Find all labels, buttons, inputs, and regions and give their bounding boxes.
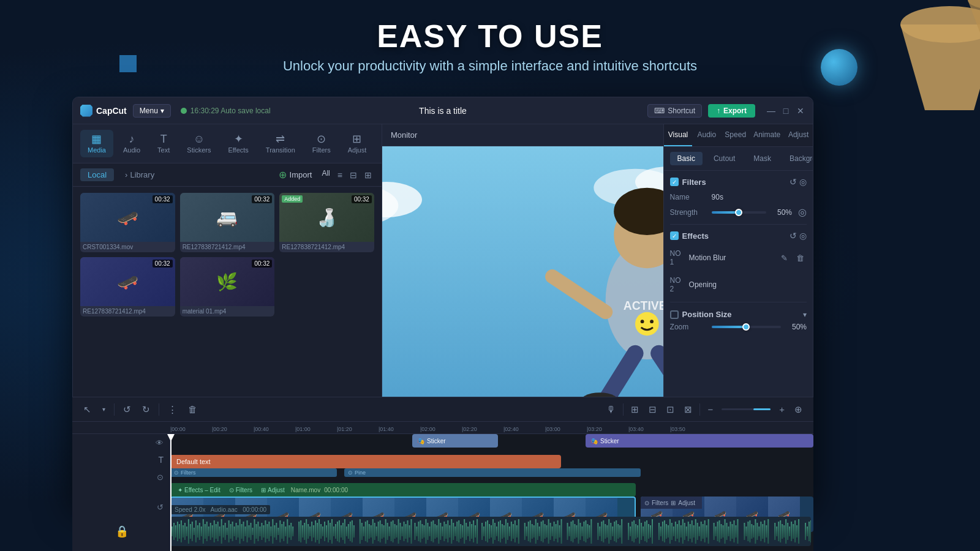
zoom-in-icon[interactable]: + bbox=[775, 402, 788, 417]
menu-chevron-icon: ▾ bbox=[160, 107, 164, 115]
toolbar-item-stickers[interactable]: ☺ Stickers bbox=[179, 130, 218, 157]
filter-clip-1[interactable]: ⊙ Filters bbox=[170, 468, 337, 477]
trim-icon[interactable]: ⊟ bbox=[645, 402, 660, 418]
sub-tab-cutout[interactable]: Cutout bbox=[706, 152, 742, 165]
strength-increment-icon[interactable]: ◎ bbox=[798, 206, 807, 218]
position-size-section[interactable]: Position Size ▾ bbox=[670, 310, 807, 319]
fit-timeline-icon[interactable]: ⊕ bbox=[791, 402, 806, 418]
media-item[interactable]: 🛹 00:32 RE127838721412.mp4 bbox=[80, 257, 175, 317]
redo-button[interactable]: ↻ bbox=[138, 402, 154, 418]
grid-view-icon[interactable]: ⊟ bbox=[347, 169, 360, 181]
media-item[interactable]: 🍶 Added 00:32 RE127838721412.mp4 bbox=[279, 193, 374, 252]
undo-button[interactable]: ↺ bbox=[119, 402, 135, 418]
shortcut-button[interactable]: ⌨ Shortcut bbox=[647, 104, 702, 118]
tab-speed[interactable]: Speed bbox=[721, 124, 750, 146]
svg-rect-288 bbox=[677, 524, 678, 539]
effects-edit-bar[interactable]: ✦ Effects – Edit ⊙ Filters ⊞ Adjust Name… bbox=[170, 483, 636, 497]
menu-button[interactable]: Menu ▾ bbox=[133, 104, 171, 118]
toolbar-item-transition[interactable]: ⇌ Transition bbox=[258, 130, 303, 157]
local-tab[interactable]: Local bbox=[80, 168, 114, 181]
media-item[interactable]: 🚐 00:32 RE127838721412.mp4 bbox=[180, 193, 275, 252]
media-item[interactable]: 🌿 00:32 material 01.mp4 bbox=[180, 257, 275, 317]
svg-rect-319 bbox=[737, 519, 738, 544]
rotate-icon[interactable]: ↺ bbox=[157, 503, 164, 512]
svg-rect-216 bbox=[526, 527, 527, 536]
position-size-expand-icon[interactable]: ▾ bbox=[803, 310, 807, 319]
minimize-button[interactable]: — bbox=[766, 106, 776, 116]
svg-rect-101 bbox=[302, 525, 303, 538]
svg-rect-100 bbox=[300, 520, 301, 542]
media-thumbnail-image: 🌿 bbox=[216, 272, 238, 292]
filter-track-icon[interactable]: ⊙ bbox=[157, 473, 164, 482]
svg-rect-222 bbox=[537, 523, 538, 540]
adjust-small-text: Adjust bbox=[268, 487, 285, 493]
list-view-icon[interactable]: ⊞ bbox=[362, 169, 374, 181]
sticker-clip-2[interactable]: 🎭 Sticker bbox=[586, 434, 813, 448]
strength-slider[interactable] bbox=[712, 211, 766, 214]
svg-rect-63 bbox=[228, 520, 230, 542]
sub-tab-background[interactable]: Background bbox=[782, 152, 813, 165]
zoom-slider-timeline[interactable] bbox=[722, 408, 771, 410]
sub-tab-basic[interactable]: Basic bbox=[670, 152, 703, 165]
toolbar-item-filters[interactable]: ⊙ Filters bbox=[305, 130, 338, 157]
toolbar-item-effects[interactable]: ✦ Effects bbox=[221, 130, 255, 157]
toolbar-item-media[interactable]: ▦ Media bbox=[80, 130, 113, 157]
delete-button[interactable]: 🗑 bbox=[184, 402, 201, 417]
export-button[interactable]: ↑ Export bbox=[708, 104, 755, 118]
close-button[interactable]: ✕ bbox=[796, 106, 805, 116]
svg-rect-126 bbox=[348, 524, 349, 539]
svg-rect-272 bbox=[643, 527, 644, 536]
filters-checkbox[interactable]: ✓ bbox=[670, 178, 679, 186]
zoom-out-icon[interactable]: − bbox=[704, 402, 717, 417]
toolbar-item-text[interactable]: T Text bbox=[150, 130, 177, 157]
tab-animate[interactable]: Animate bbox=[750, 124, 784, 146]
import-button[interactable]: ⊕ Import bbox=[279, 169, 312, 181]
zoom-slider-thumb[interactable] bbox=[742, 323, 750, 331]
tab-adjust[interactable]: Adjust bbox=[784, 124, 813, 146]
toolbar-item-adjust[interactable]: ⊞ Adjust bbox=[341, 130, 374, 157]
added-badge: Added bbox=[282, 195, 303, 203]
split-button[interactable]: ⋮ bbox=[164, 402, 181, 418]
filters-settings-icon[interactable]: ◎ bbox=[799, 177, 807, 187]
text-track-clip[interactable]: Default text bbox=[170, 455, 561, 468]
svg-rect-153 bbox=[402, 527, 403, 536]
snap-icon[interactable]: ⊠ bbox=[680, 402, 696, 418]
clip-connect-icon[interactable]: ⊞ bbox=[627, 402, 643, 418]
strength-slider-thumb[interactable] bbox=[735, 209, 742, 216]
mic-record-icon[interactable]: 🎙 bbox=[603, 402, 619, 417]
effect-delete-icon-1[interactable]: 🗑 bbox=[794, 252, 807, 264]
svg-rect-120 bbox=[337, 522, 338, 541]
text-track-icon[interactable]: T bbox=[158, 455, 164, 465]
zoom-slider[interactable] bbox=[712, 326, 781, 328]
all-filter-label[interactable]: All bbox=[322, 169, 330, 181]
toolbar-item-audio[interactable]: ♪ Audio bbox=[116, 130, 148, 157]
media-item[interactable]: 🛹 00:32 CRST001334.mov bbox=[80, 193, 175, 252]
svg-rect-208 bbox=[507, 523, 508, 540]
eye-icon[interactable]: 👁 bbox=[156, 438, 164, 448]
audio-track-lock-icon[interactable]: 🔒 bbox=[74, 517, 170, 546]
select-tool-button[interactable]: ↖ bbox=[80, 402, 95, 418]
filters-label-item: ⊙ Filters bbox=[227, 487, 255, 493]
effects-reset-icon[interactable]: ↺ bbox=[790, 231, 797, 241]
sub-tab-mask[interactable]: Mask bbox=[746, 152, 778, 165]
tl-dropdown-icon[interactable]: ▾ bbox=[99, 403, 109, 415]
tab-audio[interactable]: Audio bbox=[692, 124, 721, 146]
effects-checkbox[interactable]: ✓ bbox=[670, 231, 679, 240]
svg-rect-92 bbox=[281, 524, 282, 539]
playhead[interactable] bbox=[170, 434, 172, 551]
library-item[interactable]: › Library bbox=[120, 168, 159, 181]
align-icon[interactable]: ⊡ bbox=[663, 402, 678, 418]
svg-rect-330 bbox=[762, 524, 763, 539]
maximize-button[interactable]: □ bbox=[781, 106, 791, 116]
tab-visual[interactable]: Visual bbox=[664, 124, 693, 146]
filter-clip-2[interactable]: ⊙ Pine bbox=[344, 468, 641, 477]
position-size-checkbox[interactable] bbox=[670, 310, 679, 319]
sticker-clip-1[interactable]: 🎭 Sticker bbox=[412, 434, 498, 448]
filters-reset-icon[interactable]: ↺ bbox=[790, 177, 797, 187]
svg-rect-251 bbox=[599, 527, 600, 536]
sort-icon[interactable]: ≡ bbox=[335, 169, 345, 181]
effects-settings-icon[interactable]: ◎ bbox=[799, 231, 807, 241]
audio-track-clip[interactable] bbox=[170, 517, 811, 546]
effect-edit-icon-1[interactable]: ✎ bbox=[778, 252, 790, 264]
filters-icon: ⊙ bbox=[317, 133, 326, 144]
